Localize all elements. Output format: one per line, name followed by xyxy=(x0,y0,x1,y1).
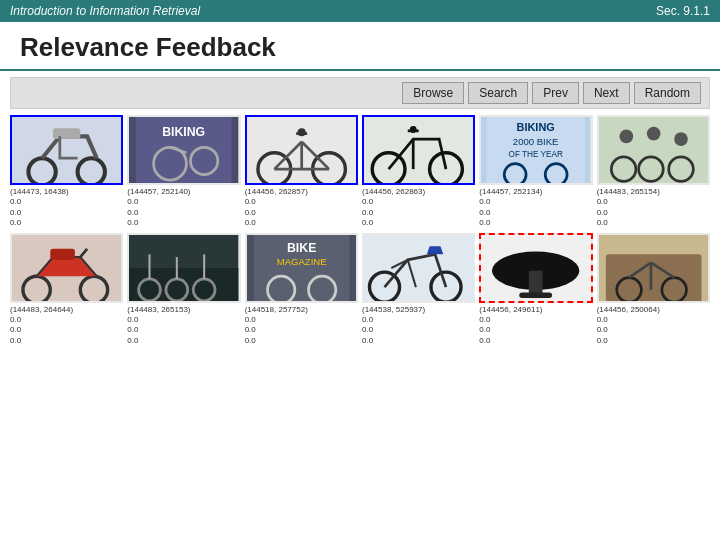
svg-point-23 xyxy=(410,126,417,133)
grid-item[interactable]: (144456, 250064) 0.0 0.0 0.0 xyxy=(597,233,710,347)
image-thumbnail[interactable] xyxy=(10,115,123,185)
image-label: (144457, 252140) 0.0 0.0 0.0 xyxy=(127,187,190,229)
svg-rect-57 xyxy=(364,233,473,303)
image-thumbnail[interactable] xyxy=(362,233,475,303)
grid-item[interactable]: (144456, 262863) 0.0 0.0 0.0 xyxy=(362,115,475,229)
next-button[interactable]: Next xyxy=(583,82,630,104)
image-thumbnail[interactable]: BIKING 2000 BIKE OF THE YEAR xyxy=(479,115,592,185)
image-thumbnail[interactable] xyxy=(10,233,123,303)
image-thumbnail[interactable]: BIKE MAGAZINE xyxy=(245,233,358,303)
grid-item[interactable]: (144483, 264644) 0.0 0.0 0.0 xyxy=(10,233,123,347)
svg-rect-3 xyxy=(53,128,80,139)
image-label: (144483, 265153) 0.0 0.0 0.0 xyxy=(127,305,190,347)
svg-marker-60 xyxy=(427,246,443,254)
svg-rect-19 xyxy=(364,115,473,185)
svg-rect-66 xyxy=(605,254,701,303)
svg-text:OF THE YEAR: OF THE YEAR xyxy=(509,150,563,159)
svg-text:2000 BIKE: 2000 BIKE xyxy=(513,136,559,147)
grid-item[interactable]: (144538, 525937) 0.0 0.0 0.0 xyxy=(362,233,475,347)
image-label: (144538, 525937) 0.0 0.0 0.0 xyxy=(362,305,425,347)
page-title-area: Relevance Feedback xyxy=(0,22,720,71)
image-grid: (144473, 16438) 0.0 0.0 0.0 BIKING (1444… xyxy=(0,115,720,346)
image-thumbnail[interactable] xyxy=(597,115,710,185)
svg-rect-64 xyxy=(520,292,553,297)
grid-item[interactable]: (144473, 16438) 0.0 0.0 0.0 xyxy=(10,115,123,229)
svg-point-33 xyxy=(646,127,660,141)
image-thumbnail[interactable] xyxy=(127,233,240,303)
grid-item[interactable]: (144483, 265153) 0.0 0.0 0.0 xyxy=(127,233,240,347)
svg-text:MAGAZINE: MAGAZINE xyxy=(276,256,326,267)
image-thumbnail[interactable] xyxy=(597,233,710,303)
search-button[interactable]: Search xyxy=(468,82,528,104)
image-label: (144456, 262863) 0.0 0.0 0.0 xyxy=(362,187,425,229)
svg-point-32 xyxy=(619,130,633,144)
grid-item[interactable]: BIKE MAGAZINE (144518, 257752) 0.0 0.0 0… xyxy=(245,233,358,347)
image-label: (144457, 252134) 0.0 0.0 0.0 xyxy=(479,187,542,229)
image-label: (144456, 262857) 0.0 0.0 0.0 xyxy=(245,187,308,229)
image-label: (144483, 265154) 0.0 0.0 0.0 xyxy=(597,187,660,229)
grid-item[interactable]: BIKING (144457, 252140) 0.0 0.0 0.0 xyxy=(127,115,240,229)
image-label: (144473, 16438) 0.0 0.0 0.0 xyxy=(10,187,69,229)
svg-point-18 xyxy=(297,128,305,136)
svg-point-34 xyxy=(674,132,688,146)
grid-item[interactable]: (144483, 265154) 0.0 0.0 0.0 xyxy=(597,115,710,229)
svg-rect-41 xyxy=(50,248,75,259)
image-label: (144483, 264644) 0.0 0.0 0.0 xyxy=(10,305,73,347)
browse-button[interactable]: Browse xyxy=(402,82,464,104)
grid-item[interactable]: (144456, 262857) 0.0 0.0 0.0 xyxy=(245,115,358,229)
header: Introduction to Information Retrieval Se… xyxy=(0,0,720,22)
image-thumbnail[interactable]: BIKING xyxy=(127,115,240,185)
svg-text:BIKING: BIKING xyxy=(163,125,206,139)
header-sec: Sec. 9.1.1 xyxy=(656,4,710,18)
svg-text:BIKING: BIKING xyxy=(517,121,555,133)
prev-button[interactable]: Prev xyxy=(532,82,579,104)
svg-text:BIKE: BIKE xyxy=(287,240,316,254)
image-thumbnail[interactable] xyxy=(479,233,592,303)
image-label: (144518, 257752) 0.0 0.0 0.0 xyxy=(245,305,308,347)
grid-item[interactable]: (144456, 249611) 0.0 0.0 0.0 xyxy=(479,233,592,347)
image-label: (144456, 250064) 0.0 0.0 0.0 xyxy=(597,305,660,347)
image-thumbnail[interactable] xyxy=(362,115,475,185)
header-title: Introduction to Information Retrieval xyxy=(10,4,200,18)
image-thumbnail[interactable] xyxy=(245,115,358,185)
image-label: (144456, 249611) 0.0 0.0 0.0 xyxy=(479,305,542,347)
grid-item[interactable]: BIKING 2000 BIKE OF THE YEAR (144457, 25… xyxy=(479,115,592,229)
page-title: Relevance Feedback xyxy=(20,32,276,62)
random-button[interactable]: Random xyxy=(634,82,701,104)
toolbar: Browse Search Prev Next Random xyxy=(10,77,710,109)
